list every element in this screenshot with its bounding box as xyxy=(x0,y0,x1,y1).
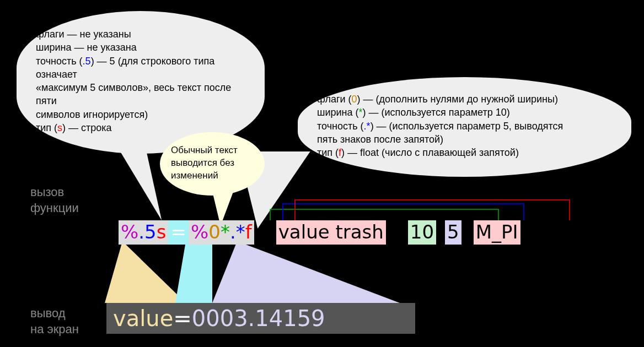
code-row: %.5s = %0*.*f value trash 10 5 M_PI xyxy=(119,220,520,245)
text: «максимум 5 символов», весь текст после … xyxy=(36,81,245,108)
projection-value xyxy=(105,241,186,303)
precision-token: .* xyxy=(364,121,371,132)
text: ширина ( xyxy=(317,107,359,118)
text: ширина (*) — (используется параметр 10) xyxy=(317,106,612,119)
arg-5: 5 xyxy=(445,220,461,245)
output-number: 0003.14159 xyxy=(192,306,325,331)
text: ) — (дополнить нулями до нужной ширины) xyxy=(357,94,558,105)
text: тип ( xyxy=(36,122,57,133)
text: пять знаков после запятой) xyxy=(317,133,612,146)
text: точность ( xyxy=(317,121,364,132)
text: точность (.5) — 5 (для строкового типа о… xyxy=(36,55,245,82)
output-eq: = xyxy=(173,306,192,331)
text: ) — (используется параметр 10) xyxy=(363,107,510,118)
type-f: f xyxy=(245,221,252,243)
text: функции xyxy=(30,201,79,215)
text: ) — (используется параметр 5, выводятся xyxy=(371,121,564,132)
format-spec-1: %.5s xyxy=(119,220,168,245)
text: вывод xyxy=(30,306,66,320)
literal-equals: = xyxy=(168,220,189,245)
text: ) — float (число с плавающей запятой) xyxy=(341,147,519,158)
type-token: s xyxy=(57,122,62,133)
arg-value-trash: value trash xyxy=(276,220,386,245)
flag-zero: 0 xyxy=(208,221,221,243)
percent-sign: % xyxy=(121,221,138,243)
width-token: * xyxy=(359,107,363,118)
text: флаги ( xyxy=(317,94,352,105)
type-s: s xyxy=(157,221,167,243)
bubble-mid: Обычный текст выводится без изменений xyxy=(160,132,265,196)
text: на экран xyxy=(30,322,79,336)
text: выводится без xyxy=(171,157,254,170)
text: вызов xyxy=(30,185,64,199)
parameter-brackets xyxy=(232,198,618,223)
projection-eq xyxy=(186,241,212,303)
text: флаги (0) — (дополнить нулями до нужной … xyxy=(317,93,612,106)
text: ) — строка xyxy=(62,122,112,133)
output-value: value xyxy=(106,306,173,331)
precision-token: .5 xyxy=(83,56,91,67)
arg-10: 10 xyxy=(408,220,436,245)
text: символов игнорируется) xyxy=(36,108,245,121)
text: тип ( xyxy=(317,147,339,158)
text: тип (f) — float (число с плавающей запят… xyxy=(317,146,612,159)
precision-star: * xyxy=(236,221,245,243)
eq-text: = xyxy=(170,221,186,243)
precision-dot: . xyxy=(230,221,236,243)
text: точность (.*) — (используется параметр 5… xyxy=(317,120,612,133)
bubble-left: флаги — не указаны ширина — не указана т… xyxy=(17,11,265,154)
projection-number xyxy=(212,241,400,303)
bubble-right: флаги (0) — (дополнить нулями до нужной … xyxy=(298,77,631,177)
label-function-call: вызов функции xyxy=(30,185,79,216)
text: изменений xyxy=(171,170,254,182)
output-bar: value = 0003.14159 xyxy=(106,303,415,334)
text: ширина — не указана xyxy=(36,41,245,54)
projection-eq-l xyxy=(175,241,186,303)
flag-token: 0 xyxy=(352,94,357,105)
label-screen-output: вывод на экран xyxy=(30,306,79,337)
format-spec-2: %0*.*f xyxy=(189,220,254,245)
precision-dot5: .5 xyxy=(138,221,156,243)
width-star: * xyxy=(221,221,230,243)
percent-sign: % xyxy=(191,221,208,243)
text: точность ( xyxy=(36,56,83,67)
text: Обычный текст xyxy=(171,144,254,157)
arg-m-pi: M_PI xyxy=(474,220,520,245)
text: флаги — не указаны xyxy=(36,28,245,41)
